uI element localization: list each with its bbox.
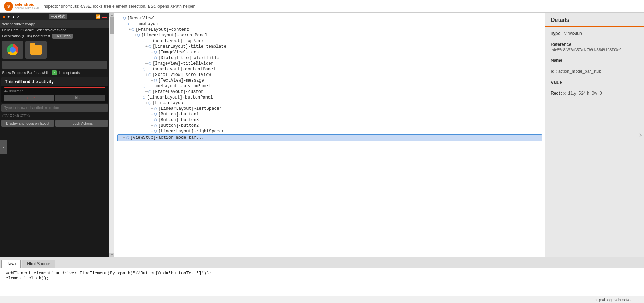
value-label: Value — [551, 80, 562, 85]
tree-node-linear2[interactable]: + ⬡ [LinearLayout] — [117, 100, 542, 106]
tree-label-decor: [DecorView] — [127, 16, 155, 21]
tree-node-viewstub[interactable]: ─ ⬡ [ViewStub]-action_mode_bar... — [117, 134, 542, 141]
nav-left-arrow[interactable]: ‹ — [0, 140, 7, 154]
tree-icon-title: ⬡ — [148, 44, 151, 49]
phone-app-bar: selendroid-test-app — [0, 20, 109, 28]
expand-icon: ─ — [151, 107, 153, 111]
tree-node-linear-parent[interactable]: + ⬡ [LinearLayout]-parentPanel — [117, 32, 542, 38]
type-value: ViewStub — [564, 31, 582, 36]
progress-row: Show Progress Bar for a while ✓ I accept… — [0, 69, 109, 76]
tree-node-decor[interactable]: + ⬡ [DecorView] — [117, 16, 542, 21]
tree-label-left: [LinearLayout]-leftSpacer — [158, 106, 222, 111]
icons-row — [0, 40, 109, 60]
scroll-up-arrow[interactable]: ▲ — [109, 13, 114, 17]
tree-node-linear-top[interactable]: + ⬡ [LinearLayout]-topPanel — [117, 38, 542, 44]
details-name-row: Name — [545, 55, 644, 66]
tree-node-button1[interactable]: ─ ⬡ [Button]-button1 — [117, 112, 542, 117]
tree-icon-dialog: ⬡ — [154, 56, 157, 60]
expand-icon: + — [120, 17, 122, 20]
throw-exception-input[interactable]: Type to throw unhandled exception — [1, 104, 108, 112]
status-url: http://blog.csdn.net/cai_inc — [595, 298, 640, 302]
scroll-down-arrow[interactable]: ▼ — [109, 253, 114, 257]
nav-right-arrow[interactable]: › — [639, 130, 642, 139]
expand-icon-stub: ─ — [123, 136, 125, 140]
tree-node-frame1[interactable]: + ⬡ [FrameLayout] — [117, 21, 542, 27]
code-line2: element1.click(); — [6, 276, 638, 281]
no-button[interactable]: No, no — [55, 95, 105, 101]
status-icons: ■ ✶ ▲ ✕ — [3, 14, 20, 19]
tree-scrollbar[interactable]: ▲ ▼ — [109, 13, 114, 257]
tree-node-button2[interactable]: ─ ⬡ [Button]-button2 — [117, 123, 542, 129]
checkbox-label: I accept adds — [59, 71, 80, 75]
hello-text: Hello Default Locale. Selendroid-test-ap… — [0, 28, 109, 33]
locale-text: Localization (L10n) locator test — [2, 34, 50, 38]
tree-label-tv: [TextView]-message — [158, 78, 204, 83]
expand-icon: + — [140, 67, 142, 71]
display-focus-button[interactable]: Display and focus on layout — [1, 120, 54, 127]
chrome-icon-box[interactable] — [2, 41, 23, 59]
main-content: ■ ✶ ▲ ✕ 开发模式 📶 ▬ selendroid-test-app Hel… — [0, 13, 644, 257]
tree-icon-tv: ⬡ — [154, 78, 157, 83]
tree-icon-linear2: ⬡ — [148, 101, 151, 105]
svg-text:selendroid: selendroid — [15, 2, 35, 6]
details-type-row: Type : ViewStub — [545, 28, 644, 39]
tree-icon-custom2: ⬡ — [148, 90, 151, 94]
name-label: Name — [551, 58, 562, 63]
tree-label-top: [LinearLayout]-topPanel — [147, 38, 205, 43]
shortcut-info: Inspector shortcuts: CTRL locks tree ele… — [42, 4, 195, 9]
tree-node-linear-content[interactable]: + ⬡ [LinearLayout]-contentPanel — [117, 66, 542, 72]
tree-icon-content: ⬡ — [131, 28, 135, 32]
tree-icon-content2: ⬡ — [143, 67, 146, 71]
tree-node-button3[interactable]: ─ ⬡ [Button]-button3 — [117, 117, 542, 123]
touch-actions-button[interactable]: Touch Actions — [55, 120, 108, 127]
expand-icon: ─ — [145, 90, 148, 94]
expand-icon: ─ — [151, 79, 153, 83]
expand-icon: ─ — [151, 50, 153, 54]
tree-label-btn-panel: [LinearLayout]-buttonPanel — [147, 95, 213, 100]
id-label: Id — [551, 69, 555, 74]
tree-node-image-icon[interactable]: ─ ⬡ [ImageView]-icon — [117, 49, 542, 55]
tab-html-source[interactable]: Html Source — [22, 260, 55, 268]
expand-icon: + — [145, 73, 148, 77]
x-icon: ✕ — [17, 15, 20, 19]
tree-node-frame-custom[interactable]: + ⬡ [FrameLayout]-customPanel — [117, 83, 542, 89]
tree-label-content2: [LinearLayout]-contentPanel — [147, 67, 215, 72]
code-line1: WebElement element1 = driver.findElement… — [6, 271, 638, 276]
expand-icon: + — [145, 45, 148, 49]
expand-icon: + — [123, 22, 125, 26]
type-label: Type — [551, 31, 560, 36]
tree-node-left-spacer[interactable]: ─ ⬡ [LinearLayout]-leftSpacer — [117, 106, 542, 112]
tree-icon-scroll: ⬡ — [148, 73, 151, 77]
expand-icon: ─ — [151, 124, 153, 128]
search-input-bar[interactable] — [2, 61, 107, 69]
tree-icon-img: ⬡ — [154, 50, 157, 54]
expand-icon: ─ — [151, 118, 153, 122]
dialog-id: 449198IPage — [1, 89, 108, 93]
tree-node-textview[interactable]: ─ ⬡ [TextView]-message — [117, 78, 542, 83]
tree-node-linear-button[interactable]: + ⬡ [LinearLayout]-buttonPanel — [117, 95, 542, 100]
folder-icon-box[interactable] — [25, 41, 47, 59]
tree-node-linear-title[interactable]: + ⬡ [LinearLayout]-title_template — [117, 44, 542, 49]
tree-node-right-spacer[interactable]: ─ ⬡ [LinearLayout]-rightSpacer — [117, 129, 542, 134]
logo: S selendroid SELENIUM FOR ANDROID — [4, 1, 39, 11]
tree-label-btn3: [Button]-button3 — [158, 118, 199, 123]
dialog-buttons: I agree No, no — [1, 93, 108, 103]
tab-java[interactable]: Java — [1, 260, 21, 268]
tree-node-image-divider[interactable]: ─ ⬡ [ImageView]-titleDivider — [117, 61, 542, 66]
phone-panel: ■ ✶ ▲ ✕ 开发模式 📶 ▬ selendroid-test-app Hel… — [0, 13, 109, 257]
en-button[interactable]: EN Button — [52, 34, 73, 39]
tree-panel: + ⬡ [DecorView] + ⬡ [FrameLayout] + ⬡ [F… — [114, 13, 545, 257]
expand-icon: + — [129, 28, 131, 32]
code-area: WebElement element1 = driver.findElement… — [0, 268, 644, 296]
tree-icon-btn2: ⬡ — [154, 124, 157, 128]
tree-label-btn2: [Button]-button2 — [158, 123, 199, 128]
tree-node-scroll[interactable]: + ⬡ [ScrollView]-scrollView — [117, 72, 542, 78]
tree-node-dialog-title[interactable]: ─ ⬡ [DialogTitle]-alertTitle — [117, 55, 542, 61]
expand-icon: ─ — [145, 62, 148, 66]
tree-node-frame-custom2[interactable]: ─ ⬡ [FrameLayout]-custom — [117, 89, 542, 95]
agree-button[interactable]: I agree — [4, 95, 54, 101]
locale-label: パソコン版にする — [0, 112, 109, 119]
locale-test-row: Localization (L10n) locator test EN Butt… — [0, 33, 109, 40]
checkbox-icon[interactable]: ✓ — [52, 70, 57, 75]
tree-node-frame-content[interactable]: + ⬡ [FrameLayout]-content — [117, 27, 542, 32]
